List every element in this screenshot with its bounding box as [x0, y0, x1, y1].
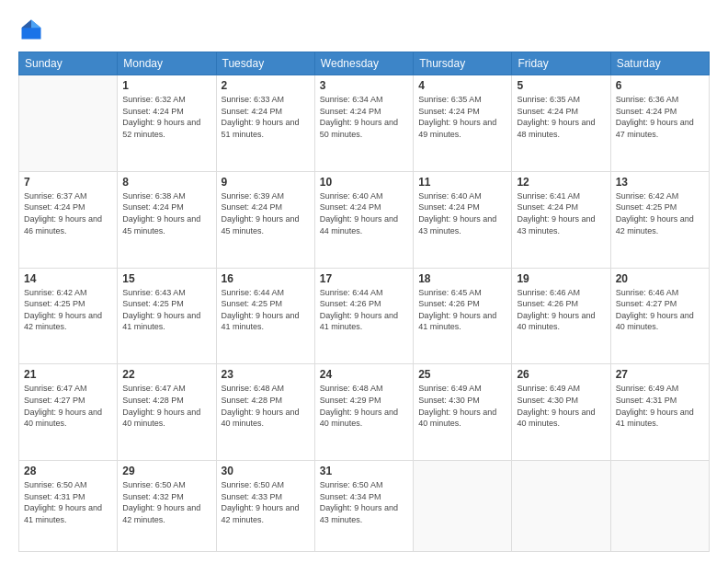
- logo: [18, 17, 48, 42]
- calendar-cell: 28Sunrise: 6:50 AMSunset: 4:31 PMDayligh…: [19, 461, 118, 552]
- calendar-cell: 24Sunrise: 6:48 AMSunset: 4:29 PMDayligh…: [314, 364, 413, 461]
- day-info: Sunrise: 6:37 AMSunset: 4:24 PMDaylight:…: [24, 190, 112, 236]
- day-info: Sunrise: 6:35 AMSunset: 4:24 PMDaylight:…: [517, 94, 605, 140]
- calendar-cell: 25Sunrise: 6:49 AMSunset: 4:30 PMDayligh…: [414, 364, 512, 461]
- calendar-cell: 19Sunrise: 6:46 AMSunset: 4:26 PMDayligh…: [512, 268, 610, 364]
- day-number: 24: [320, 368, 408, 381]
- calendar-cell: 27Sunrise: 6:49 AMSunset: 4:31 PMDayligh…: [610, 364, 709, 461]
- day-number: 21: [24, 368, 112, 381]
- calendar-cell: 17Sunrise: 6:44 AMSunset: 4:26 PMDayligh…: [314, 268, 413, 364]
- day-info: Sunrise: 6:50 AMSunset: 4:31 PMDaylight:…: [24, 479, 112, 525]
- calendar-cell: 14Sunrise: 6:42 AMSunset: 4:25 PMDayligh…: [19, 268, 118, 364]
- calendar-cell: 30Sunrise: 6:50 AMSunset: 4:33 PMDayligh…: [216, 461, 314, 552]
- day-number: 8: [122, 176, 210, 189]
- day-info: Sunrise: 6:49 AMSunset: 4:30 PMDaylight:…: [517, 383, 605, 429]
- day-number: 31: [320, 465, 408, 477]
- calendar-cell: 23Sunrise: 6:48 AMSunset: 4:28 PMDayligh…: [216, 364, 314, 461]
- calendar-cell: [512, 461, 610, 552]
- page: SundayMondayTuesdayWednesdayThursdayFrid…: [0, 0, 728, 563]
- day-number: 10: [320, 176, 408, 189]
- day-info: Sunrise: 6:49 AMSunset: 4:31 PMDaylight:…: [616, 383, 704, 429]
- day-info: Sunrise: 6:46 AMSunset: 4:26 PMDaylight:…: [517, 287, 605, 333]
- calendar-cell: 4Sunrise: 6:35 AMSunset: 4:24 PMDaylight…: [414, 75, 512, 172]
- header: [18, 17, 710, 42]
- calendar-header-saturday: Saturday: [610, 52, 709, 75]
- calendar-cell: [414, 461, 512, 552]
- calendar-header-friday: Friday: [512, 52, 610, 75]
- day-number: 5: [517, 79, 605, 92]
- day-number: 9: [222, 176, 310, 189]
- calendar-cell: 9Sunrise: 6:39 AMSunset: 4:24 PMDaylight…: [216, 171, 314, 268]
- calendar-week-row: 21Sunrise: 6:47 AMSunset: 4:27 PMDayligh…: [19, 364, 710, 461]
- day-info: Sunrise: 6:48 AMSunset: 4:28 PMDaylight:…: [222, 383, 310, 429]
- day-info: Sunrise: 6:41 AMSunset: 4:24 PMDaylight:…: [517, 190, 605, 236]
- day-number: 28: [24, 465, 112, 477]
- calendar-cell: 3Sunrise: 6:34 AMSunset: 4:24 PMDaylight…: [314, 75, 413, 172]
- day-info: Sunrise: 6:43 AMSunset: 4:25 PMDaylight:…: [122, 287, 210, 333]
- calendar-cell: 5Sunrise: 6:35 AMSunset: 4:24 PMDaylight…: [512, 75, 610, 172]
- day-number: 19: [517, 272, 605, 285]
- day-info: Sunrise: 6:46 AMSunset: 4:27 PMDaylight:…: [616, 287, 704, 333]
- calendar-cell: 15Sunrise: 6:43 AMSunset: 4:25 PMDayligh…: [118, 268, 216, 364]
- day-number: 17: [320, 272, 408, 285]
- day-info: Sunrise: 6:32 AMSunset: 4:24 PMDaylight:…: [122, 94, 210, 140]
- day-number: 1: [122, 79, 210, 92]
- day-info: Sunrise: 6:34 AMSunset: 4:24 PMDaylight:…: [320, 94, 408, 140]
- calendar-header-monday: Monday: [118, 52, 216, 75]
- day-info: Sunrise: 6:44 AMSunset: 4:25 PMDaylight:…: [222, 287, 310, 333]
- calendar-header-wednesday: Wednesday: [314, 52, 413, 75]
- day-info: Sunrise: 6:33 AMSunset: 4:24 PMDaylight:…: [222, 94, 310, 140]
- day-info: Sunrise: 6:50 AMSunset: 4:33 PMDaylight:…: [222, 479, 310, 525]
- calendar-cell: 29Sunrise: 6:50 AMSunset: 4:32 PMDayligh…: [118, 461, 216, 552]
- day-number: 12: [517, 176, 605, 189]
- day-info: Sunrise: 6:36 AMSunset: 4:24 PMDaylight:…: [616, 94, 704, 140]
- calendar-week-row: 7Sunrise: 6:37 AMSunset: 4:24 PMDaylight…: [19, 171, 710, 268]
- day-number: 2: [222, 79, 310, 92]
- day-number: 4: [418, 79, 506, 92]
- day-number: 27: [616, 368, 704, 381]
- day-info: Sunrise: 6:48 AMSunset: 4:29 PMDaylight:…: [320, 383, 408, 429]
- calendar-cell: 6Sunrise: 6:36 AMSunset: 4:24 PMDaylight…: [610, 75, 709, 172]
- day-info: Sunrise: 6:40 AMSunset: 4:24 PMDaylight:…: [418, 190, 506, 236]
- day-info: Sunrise: 6:49 AMSunset: 4:30 PMDaylight:…: [418, 383, 506, 429]
- calendar-cell: 2Sunrise: 6:33 AMSunset: 4:24 PMDaylight…: [216, 75, 314, 172]
- calendar-cell: 16Sunrise: 6:44 AMSunset: 4:25 PMDayligh…: [216, 268, 314, 364]
- day-info: Sunrise: 6:35 AMSunset: 4:24 PMDaylight:…: [418, 94, 506, 140]
- day-info: Sunrise: 6:40 AMSunset: 4:24 PMDaylight:…: [320, 190, 408, 236]
- calendar-cell: 13Sunrise: 6:42 AMSunset: 4:25 PMDayligh…: [610, 171, 709, 268]
- day-number: 15: [122, 272, 210, 285]
- day-number: 23: [222, 368, 310, 381]
- day-number: 14: [24, 272, 112, 285]
- day-number: 18: [418, 272, 506, 285]
- day-number: 16: [222, 272, 310, 285]
- calendar-cell: [19, 75, 118, 172]
- svg-marker-1: [31, 20, 41, 29]
- calendar-header-thursday: Thursday: [414, 52, 512, 75]
- day-number: 25: [418, 368, 506, 381]
- day-info: Sunrise: 6:44 AMSunset: 4:26 PMDaylight:…: [320, 287, 408, 333]
- calendar-cell: 26Sunrise: 6:49 AMSunset: 4:30 PMDayligh…: [512, 364, 610, 461]
- calendar-week-row: 14Sunrise: 6:42 AMSunset: 4:25 PMDayligh…: [19, 268, 710, 364]
- calendar-cell: 1Sunrise: 6:32 AMSunset: 4:24 PMDaylight…: [118, 75, 216, 172]
- day-info: Sunrise: 6:42 AMSunset: 4:25 PMDaylight:…: [24, 287, 112, 333]
- calendar-header-sunday: Sunday: [19, 52, 118, 75]
- svg-marker-2: [22, 20, 32, 29]
- calendar-cell: 11Sunrise: 6:40 AMSunset: 4:24 PMDayligh…: [414, 171, 512, 268]
- day-info: Sunrise: 6:42 AMSunset: 4:25 PMDaylight:…: [616, 190, 704, 236]
- day-info: Sunrise: 6:45 AMSunset: 4:26 PMDaylight:…: [418, 287, 506, 333]
- day-number: 30: [222, 465, 310, 477]
- calendar-week-row: 1Sunrise: 6:32 AMSunset: 4:24 PMDaylight…: [19, 75, 710, 172]
- calendar-week-row: 28Sunrise: 6:50 AMSunset: 4:31 PMDayligh…: [19, 461, 710, 552]
- day-info: Sunrise: 6:47 AMSunset: 4:28 PMDaylight:…: [122, 383, 210, 429]
- calendar-cell: 7Sunrise: 6:37 AMSunset: 4:24 PMDaylight…: [19, 171, 118, 268]
- logo-icon: [18, 17, 44, 42]
- day-info: Sunrise: 6:50 AMSunset: 4:32 PMDaylight:…: [122, 479, 210, 525]
- day-info: Sunrise: 6:39 AMSunset: 4:24 PMDaylight:…: [222, 190, 310, 236]
- calendar-cell: 12Sunrise: 6:41 AMSunset: 4:24 PMDayligh…: [512, 171, 610, 268]
- calendar-cell: 22Sunrise: 6:47 AMSunset: 4:28 PMDayligh…: [118, 364, 216, 461]
- day-number: 26: [517, 368, 605, 381]
- calendar-cell: 18Sunrise: 6:45 AMSunset: 4:26 PMDayligh…: [414, 268, 512, 364]
- calendar: SundayMondayTuesdayWednesdayThursdayFrid…: [18, 52, 710, 552]
- day-number: 13: [616, 176, 704, 189]
- day-info: Sunrise: 6:47 AMSunset: 4:27 PMDaylight:…: [24, 383, 112, 429]
